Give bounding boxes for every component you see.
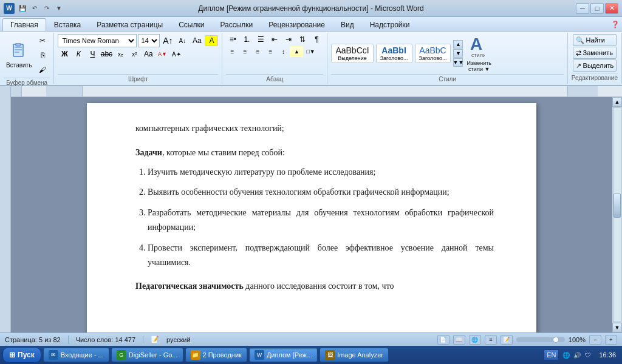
scroll-down-btn[interactable]: ▼ (612, 323, 622, 332)
paste-button[interactable]: Вставить (4, 41, 34, 70)
conclusion-line: Педагогическая значимость данного исслед… (135, 279, 494, 294)
font-row-2: Ж К Ч abc x₂ x² Aa A▼ A✦ (58, 49, 218, 59)
restore-button[interactable]: □ (590, 3, 604, 14)
zoom-percent: 100% (569, 336, 586, 343)
numbering-btn[interactable]: 1. (240, 34, 253, 45)
tab-references[interactable]: Ссылки (171, 18, 212, 31)
tasks-bold: Задачи (135, 148, 162, 157)
undo-quick-btn[interactable]: ↶ (29, 3, 40, 14)
format-painter-btn[interactable]: 🖌 (35, 63, 50, 76)
scroll-thumb[interactable] (613, 194, 621, 218)
dropdown-quick-btn[interactable]: ▼ (53, 3, 64, 14)
taskbar-item-0[interactable]: ✉ Входящие - ... (43, 348, 109, 362)
intro-line: компьютерных графических технологий; (135, 121, 494, 136)
view-web-btn[interactable]: 🌐 (469, 335, 481, 345)
style-normal[interactable]: AaBbCcI Выделение (331, 44, 373, 63)
change-styles-btn[interactable]: Изменитьстили ▼ (466, 60, 491, 72)
decrease-indent-btn[interactable]: ⇤ (268, 34, 281, 45)
style-heading1[interactable]: AaBbI Заголово... (376, 44, 412, 63)
grow-font-btn[interactable]: A↑ (161, 35, 174, 46)
status-right: 📄 📖 🌐 ≡ 📝 100% − + (437, 335, 617, 345)
font-color-btn[interactable]: A▼ (156, 49, 169, 59)
view-outline-btn[interactable]: ≡ (485, 335, 497, 345)
align-left-btn[interactable]: ≡ (226, 46, 238, 57)
taskbar-label-1: DigiSeller - Go... (129, 351, 178, 359)
clock: 16:36 (595, 350, 620, 360)
style-scroll-up[interactable]: ▲ (453, 40, 463, 49)
doc-scroll[interactable]: компьютерных графических технологий; Зад… (11, 97, 612, 332)
vertical-ruler-strip (0, 86, 11, 332)
taskbar-item-3[interactable]: W Диплом [Реж... (249, 348, 318, 362)
superscript-btn[interactable]: x² (128, 49, 141, 59)
font-size-select[interactable]: 14 (138, 34, 160, 47)
bold-btn[interactable]: Ж (58, 49, 71, 59)
select-btn[interactable]: ↗ Выделить (573, 59, 617, 72)
taskbar-item-1[interactable]: G DigiSeller - Go... (111, 348, 183, 362)
line-spacing-btn[interactable]: ↕ (277, 46, 289, 57)
ruler-corner[interactable] (11, 86, 22, 97)
sort-btn[interactable]: ⇅ (296, 34, 309, 45)
replace-btn[interactable]: ⇄ Заменить (573, 47, 617, 59)
strikethrough-btn[interactable]: abc (100, 49, 113, 59)
subscript-btn[interactable]: x₂ (114, 49, 127, 59)
tab-insert[interactable]: Вставка (46, 18, 89, 31)
copy-btn[interactable]: ⎘ (35, 49, 50, 62)
save-quick-btn[interactable]: 💾 (17, 3, 28, 14)
change-case-btn[interactable]: Aa (190, 35, 203, 46)
align-center-btn[interactable]: ≡ (239, 46, 251, 57)
para-row-1: ≡• 1. ☰ ⇤ ⇥ ⇅ ¶ (226, 34, 323, 45)
start-icon: ⊞ (9, 351, 15, 359)
tab-view[interactable]: Вид (333, 18, 362, 31)
scroll-track[interactable] (613, 107, 621, 322)
tab-home[interactable]: Главная (2, 18, 46, 31)
start-button[interactable]: ⊞ Пуск (2, 347, 41, 363)
editing-label: Редактирование (572, 73, 618, 81)
change-styles-group: A стили Изменитьстили ▼ (466, 35, 491, 72)
redo-quick-btn[interactable]: ↷ (41, 3, 52, 14)
view-draft-btn[interactable]: 📝 (501, 335, 513, 345)
taskbar-item-4[interactable]: 🖼 Image Analyzer (320, 348, 389, 362)
show-marks-btn[interactable]: ¶ (310, 34, 323, 45)
find-btn[interactable]: 🔍 Найти (573, 34, 617, 46)
text-highlight-btn[interactable]: A (205, 35, 218, 46)
quick-access-toolbar: 💾 ↶ ↷ ▼ (17, 3, 64, 14)
styles-label: Стили (331, 74, 563, 83)
minimize-button[interactable]: ─ (576, 3, 589, 14)
tab-review[interactable]: Рецензирование (261, 18, 333, 31)
taskbar-item-2[interactable]: 📁 2 Проводник (185, 348, 247, 362)
multilevel-btn[interactable]: ☰ (254, 34, 267, 45)
ribbon-help-btn[interactable]: ❓ (609, 18, 622, 31)
align-justify-btn[interactable]: ≡ (264, 46, 276, 57)
view-fullread-btn[interactable]: 📖 (453, 335, 465, 345)
increase-indent-btn[interactable]: ⇥ (282, 34, 295, 45)
svg-rect-3 (15, 49, 22, 50)
bullets-btn[interactable]: ≡• (226, 34, 239, 45)
shading-btn[interactable]: ▲ (290, 46, 303, 57)
italic-btn[interactable]: К (72, 49, 85, 59)
underline-btn[interactable]: Ч (86, 49, 99, 59)
zoom-out-btn[interactable]: − (589, 335, 601, 345)
cut-btn[interactable]: ✂ (35, 34, 50, 47)
system-tray: 🌐 🔊 🛡 (561, 350, 593, 360)
vertical-scrollbar: ▲ ▼ (612, 97, 622, 332)
text-effects-btn[interactable]: A✦ (169, 49, 183, 59)
close-button[interactable]: ✕ (605, 3, 618, 14)
align-right-btn[interactable]: ≡ (251, 46, 264, 57)
zoom-in-btn[interactable]: + (605, 335, 617, 345)
style-scroll-btns: ▲ ▼ ▼▼ (453, 40, 463, 67)
zoom-slider[interactable] (516, 337, 565, 342)
font-name-select[interactable]: Times New Roman (58, 34, 137, 47)
borders-btn[interactable]: □▼ (304, 46, 317, 57)
tab-addins[interactable]: Надстройки (362, 18, 418, 31)
view-print-btn[interactable]: 📄 (437, 335, 449, 345)
tab-page-layout[interactable]: Разметка страницы (89, 18, 171, 31)
shrink-font-btn[interactable]: A↓ (176, 35, 189, 46)
style-scroll-down[interactable]: ▼ (453, 49, 463, 58)
clear-format-btn[interactable]: Aa (142, 49, 155, 59)
lang-btn[interactable]: EN (544, 349, 559, 360)
tab-mailings[interactable]: Рассылки (212, 18, 261, 31)
style-heading2[interactable]: AaBbC Заголово... (415, 44, 451, 63)
scroll-up-btn[interactable]: ▲ (612, 97, 622, 107)
taskbar-icon-2: 📁 (191, 350, 200, 360)
style-expand[interactable]: ▼▼ (453, 58, 463, 67)
